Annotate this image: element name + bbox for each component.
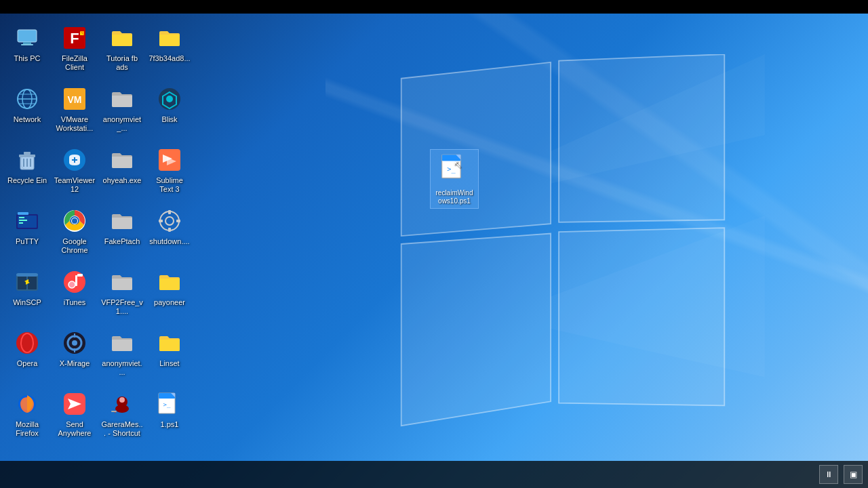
winscp-icon: [14, 268, 41, 296]
network-icon: [14, 85, 41, 113]
icon-itunes-label: iTunes: [64, 298, 86, 307]
taskbar-square-button[interactable]: ▣: [844, 465, 863, 484]
floating-icon-reclaim-ps1[interactable]: >_ ↖ reclaimWindows10.ps1: [430, 149, 479, 209]
reclaim-ps1-icon: >_ ↖: [439, 152, 469, 186]
icon-chrome[interactable]: Google Chrome: [51, 203, 98, 264]
icon-sublime-text[interactable]: Sublime Text 3: [146, 142, 193, 203]
putty-icon: [14, 207, 41, 235]
icon-payoneer-label: payoneer: [154, 298, 185, 307]
svg-point-57: [68, 281, 75, 288]
folder-linset-icon: [156, 329, 183, 357]
icon-x-mirage-label: X-Mirage: [60, 359, 90, 368]
icon-teamviewer[interactable]: TeamViewer 12: [51, 142, 98, 203]
folder-fbads-icon: [108, 24, 136, 52]
svg-rect-6: [18, 30, 37, 42]
icon-anonymviet[interactable]: anonymviet_...: [98, 81, 146, 142]
icon-vfp2free-label: VFP2Free_v1....: [101, 298, 143, 316]
icon-payoneer[interactable]: payoneer: [146, 264, 193, 325]
taskbar: ⏸ ▣: [0, 461, 868, 488]
floating-icon-reclaim-label: reclaimWindows10.ps1: [435, 189, 473, 205]
icon-1ps1-label: 1.ps1: [161, 420, 179, 429]
icon-filezilla-label: FileZilla Client: [54, 54, 96, 72]
opera-icon: [14, 329, 41, 357]
icon-tutoria-fbads[interactable]: Tutoria fb ads: [98, 20, 146, 81]
folder-vfp2free-icon: [108, 268, 136, 296]
icon-1ps1[interactable]: >_ 1.ps1: [146, 386, 193, 447]
icon-blisk-label: Blisk: [161, 115, 177, 124]
taskbar-system-tray: ⏸ ▣: [819, 465, 863, 484]
icon-anonymviet2[interactable]: anonymviet....: [98, 325, 146, 386]
icon-send-anywhere-label: Send Anywhere: [54, 420, 96, 438]
square-icon: ▣: [850, 470, 857, 479]
sublime-text-icon: [156, 146, 183, 174]
svg-point-75: [119, 397, 125, 403]
icon-garera-mes[interactable]: GareraMes... - Shortcut: [98, 386, 146, 447]
taskbar-pause-button[interactable]: ⏸: [819, 465, 838, 484]
icon-winscp-label: WinSCP: [13, 298, 41, 307]
folder-anonymviet-icon: [108, 85, 136, 113]
folder-payoneer-icon: [156, 268, 183, 296]
svg-point-62: [24, 336, 31, 350]
svg-rect-49: [176, 220, 180, 222]
svg-point-43: [72, 218, 77, 224]
icon-ohyeah-label: ohyeah.exe: [103, 176, 142, 185]
icon-shutdown[interactable]: shutdown....: [146, 203, 193, 264]
top-bar: [0, 0, 868, 14]
icon-firefox-label: Mozilla Firefox: [6, 420, 48, 438]
icon-network-label: Network: [14, 115, 41, 124]
svg-point-73: [115, 405, 129, 413]
svg-rect-25: [19, 155, 35, 157]
icon-firefox[interactable]: Mozilla Firefox: [3, 386, 51, 447]
svg-rect-8: [23, 42, 31, 44]
icon-filezilla[interactable]: F FileZilla Client: [51, 20, 98, 81]
svg-rect-76: [111, 411, 117, 412]
icon-fakeptach[interactable]: FakePtach: [98, 203, 146, 264]
blisk-icon: [156, 85, 183, 113]
svg-text:F: F: [70, 30, 79, 47]
svg-rect-26: [24, 152, 31, 155]
icon-opera-label: Opera: [17, 359, 38, 368]
powershell-1ps1-icon: >_: [156, 390, 183, 418]
svg-text:>_: >_: [447, 165, 456, 174]
svg-point-44: [160, 211, 179, 230]
icon-itunes[interactable]: iTunes: [51, 264, 98, 325]
icon-opera[interactable]: Opera: [3, 325, 51, 386]
icon-putty-label: PuTTY: [16, 237, 39, 246]
icon-blisk[interactable]: Blisk: [146, 81, 193, 142]
filezilla-icon: F: [61, 24, 88, 52]
windows-logo: [359, 54, 766, 434]
vmware-icon: VM: [61, 85, 88, 113]
icon-winscp[interactable]: WinSCP: [3, 264, 51, 325]
icon-tutoria-fbads-label: Tutoria fb ads: [101, 54, 143, 72]
icon-send-anywhere[interactable]: Send Anywhere: [51, 386, 98, 447]
icon-recycle-bin-label: Recycle Ein: [7, 176, 47, 185]
icon-recycle-bin[interactable]: Recycle Ein: [3, 142, 51, 203]
icon-vfp2free[interactable]: VFP2Free_v1....: [98, 264, 146, 325]
icon-x-mirage[interactable]: X-Mirage: [51, 325, 98, 386]
folder-anonymviet2-icon: [108, 329, 136, 357]
icon-this-pc-label: This PC: [14, 54, 40, 63]
svg-rect-39: [18, 212, 28, 215]
svg-rect-48: [159, 220, 163, 222]
icon-putty[interactable]: PuTTY: [3, 203, 51, 264]
chrome-icon: [61, 207, 88, 235]
icon-7f3b34ad8-label: 7f3b34ad8...: [149, 54, 190, 63]
teamviewer-icon: [61, 146, 88, 174]
icon-anonymviet2-label: anonymviet....: [101, 359, 143, 377]
icon-linset[interactable]: Linset: [146, 325, 193, 386]
svg-rect-38: [19, 222, 23, 224]
this-pc-icon: [14, 24, 41, 52]
folder-7f3b-icon: [156, 24, 183, 52]
svg-rect-58: [75, 275, 77, 286]
folder-fakeptach-icon: [108, 207, 136, 235]
icon-this-pc[interactable]: This PC: [3, 20, 51, 81]
icon-vmware[interactable]: VM VMware Workstati...: [51, 81, 98, 142]
pause-icon: ⏸: [825, 470, 833, 479]
icon-ohyeah[interactable]: ohyeah.exe: [98, 142, 146, 203]
svg-rect-9: [21, 44, 33, 45]
svg-marker-2: [401, 234, 551, 426]
icon-vmware-label: VMware Workstati...: [54, 115, 96, 133]
icon-chrome-label: Google Chrome: [54, 237, 96, 255]
icon-network[interactable]: Network: [3, 81, 51, 142]
icon-7f3b34ad8[interactable]: 7f3b34ad8...: [146, 20, 193, 81]
